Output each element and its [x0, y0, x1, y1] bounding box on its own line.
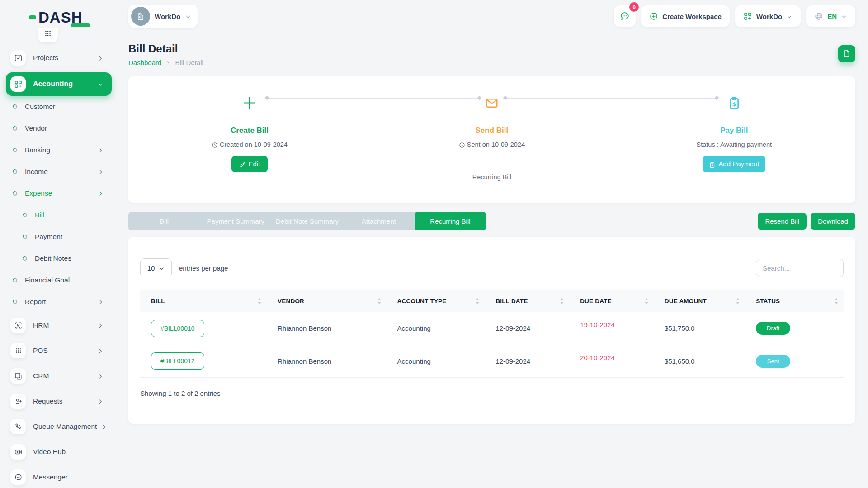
sidebar-item-queue-management[interactable]: Queue Management [0, 414, 116, 439]
clock-icon [212, 141, 218, 148]
breadcrumb-current: Bill Detail [175, 59, 203, 66]
sidebar-item-financial-goal[interactable]: Financial Goal [0, 269, 116, 291]
bullet-icon [22, 212, 28, 218]
page-title: Bill Detail [128, 42, 203, 55]
app-logo[interactable]: DASH [29, 8, 83, 26]
table-row: #BILL00012 Rhiannon Benson Accounting 12… [140, 345, 844, 377]
sidebar-item-payment[interactable]: Payment [0, 226, 116, 248]
status-cell: Draft [745, 312, 844, 345]
topbar: WorkDo 0 Create Workspace WorkDo EN [128, 4, 855, 29]
plus-icon [128, 92, 371, 114]
workspace-chip[interactable]: WorkDo [128, 5, 198, 28]
sidebar-item-accounting[interactable]: Accounting [6, 72, 112, 96]
edit-bill-button[interactable]: Edit [231, 156, 268, 172]
entries-per-page-select[interactable]: 10 [140, 258, 172, 277]
chevron-right-icon [97, 347, 104, 355]
sidebar-item-expense[interactable]: Expense [0, 183, 116, 204]
column-header-account-type[interactable]: ACCOUNT TYPE [387, 290, 485, 312]
column-header-vendor[interactable]: VENDOR [267, 290, 387, 312]
sidebar-item-projects[interactable]: Projects [0, 45, 116, 70]
sort-icon [835, 298, 838, 304]
chevron-right-icon [101, 422, 107, 431]
recurring-bill-note: Recurring Bill [371, 174, 613, 181]
sidebar-item-crm[interactable]: CRM [0, 363, 116, 389]
vendor-cell: Rhiannon Benson [267, 345, 387, 377]
resend-bill-button[interactable]: Resend Bill [758, 213, 807, 230]
sidebar-item-debit-notes[interactable]: Debit Notes [0, 248, 116, 269]
due-amount-cell: $51,750.0 [654, 312, 745, 345]
column-header-bill[interactable]: BILL [140, 290, 267, 312]
sidebar-item-video-hub[interactable]: Video Hub [0, 439, 116, 465]
due-date-cell: 20-10-2024 [569, 345, 654, 377]
bill-date-cell: 12-09-2024 [485, 345, 569, 377]
sort-icon [560, 298, 564, 304]
sidebar-item-partial[interactable] [38, 28, 58, 42]
pencil-icon [239, 160, 246, 168]
column-header-status[interactable]: STATUS [745, 290, 844, 312]
table-footer-summary: Showing 1 to 2 of 2 entries [140, 389, 844, 397]
sidebar-item-banking[interactable]: Banking [0, 139, 116, 161]
column-header-due-date[interactable]: DUE DATE [569, 290, 654, 312]
workdo-menu-button[interactable]: WorkDo [735, 5, 801, 27]
bullet-icon [12, 169, 18, 175]
tab-payment-summary[interactable]: Payment Summary [200, 212, 271, 230]
bill-number-link[interactable]: #BILL00010 [151, 320, 204, 337]
mail-icon [371, 92, 613, 114]
vendor-cell: Rhiannon Benson [267, 312, 387, 345]
sidebar-item-hrm[interactable]: HRM [0, 313, 116, 338]
logo-dash-icon [29, 15, 36, 19]
add-payment-button[interactable]: Add Payment [703, 156, 765, 172]
download-button[interactable]: Download [811, 213, 855, 230]
chevron-down-icon [185, 12, 191, 20]
breadcrumb-dashboard-link[interactable]: Dashboard [128, 59, 161, 66]
step-title: Pay Bill [613, 126, 855, 135]
sidebar-nav: Projects Accounting Customer Vendor Bank… [0, 45, 116, 488]
workspace-name: WorkDo [155, 13, 180, 20]
accounting-icon [10, 76, 26, 92]
sidebar-item-report[interactable]: Report [0, 291, 116, 313]
main-content: Bill Detail Dashboard Bill Detail Create… [128, 29, 855, 424]
bullet-icon [12, 147, 18, 153]
bill-document-button[interactable] [838, 45, 855, 62]
bullet-icon [12, 103, 18, 110]
sidebar-item-label: Projects [33, 54, 58, 62]
workdo-menu-label: WorkDo [756, 13, 782, 20]
bill-number-link[interactable]: #BILL00012 [151, 352, 204, 370]
tab-debit-note-summary[interactable]: Debit Note Summary [271, 212, 343, 230]
sidebar-item-vendor[interactable]: Vendor [0, 117, 116, 139]
create-workspace-button[interactable]: Create Workspace [641, 5, 730, 27]
chat-button[interactable]: 0 [614, 5, 636, 27]
sidebar-item-label: Requests [33, 397, 62, 405]
column-header-bill-date[interactable]: BILL DATE [485, 290, 569, 312]
recurring-bill-table-card: 10 entries per page BILL VENDOR ACCOUNT … [128, 237, 855, 424]
tab-attachment[interactable]: Attachment [343, 212, 415, 230]
sidebar-item-bill[interactable]: Bill [0, 204, 116, 226]
bullet-icon [22, 234, 28, 240]
search-input[interactable] [756, 259, 844, 277]
sidebar-item-customer[interactable]: Customer [0, 96, 116, 117]
sidebar-item-income[interactable]: Income [0, 161, 116, 183]
sort-icon [258, 298, 261, 304]
account-type-cell: Accounting [387, 312, 485, 345]
step-subtitle: Created on 10-09-2024 [128, 141, 371, 148]
tab-bill[interactable]: Bill [128, 212, 200, 230]
sidebar-item-label: Banking [25, 146, 50, 154]
sidebar-item-requests[interactable]: Requests [0, 389, 116, 414]
tab-recurring-bill[interactable]: Recurring Bill [415, 212, 486, 230]
sort-icon [736, 298, 740, 304]
chevron-down-icon [841, 12, 847, 20]
chevron-right-icon [97, 54, 104, 62]
account-type-cell: Accounting [387, 345, 485, 377]
sidebar-item-label: POS [33, 347, 48, 355]
sidebar-item-messenger[interactable]: Messenger [0, 465, 116, 488]
chevron-right-icon [98, 168, 104, 176]
language-selector[interactable]: EN [806, 5, 855, 27]
sidebar-item-pos[interactable]: POS [0, 338, 116, 363]
bullet-icon [12, 277, 18, 283]
column-header-due-amount[interactable]: DUE AMOUNT [654, 290, 745, 312]
status-badge: Draft [756, 322, 790, 335]
timeline-step-send-bill: Send Bill Sent on 10-09-2024 Recurring B… [371, 92, 613, 181]
table-row: #BILL00010 Rhiannon Benson Accounting 12… [140, 312, 844, 345]
chevron-right-icon [97, 397, 104, 405]
bullet-icon [12, 190, 18, 197]
